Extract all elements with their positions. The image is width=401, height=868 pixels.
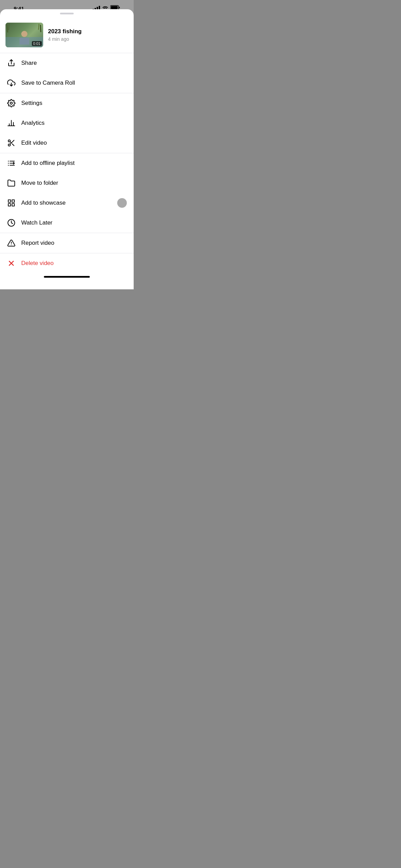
add-offline-playlist-label: Add to offline playlist (21, 160, 75, 167)
svg-rect-24 (12, 204, 14, 206)
svg-line-17 (12, 144, 14, 146)
video-timestamp: 4 min ago (48, 36, 128, 42)
video-header: 0:01 2023 fishing 4 min ago (0, 20, 134, 53)
share-icon (7, 59, 16, 68)
share-menu-item[interactable]: Share (0, 53, 134, 73)
analytics-menu-item[interactable]: Analytics (0, 113, 134, 133)
bottom-sheet: 0:01 2023 fishing 4 min ago Share Save (0, 9, 134, 289)
showcase-icon (7, 198, 16, 207)
analytics-label: Analytics (21, 120, 45, 126)
delete-video-label: Delete video (21, 260, 54, 267)
settings-menu-item[interactable]: Settings (0, 93, 134, 113)
move-folder-menu-item[interactable]: Move to folder (0, 173, 134, 193)
close-icon (7, 259, 16, 268)
save-camera-roll-menu-item[interactable]: Save to Camera Roll (0, 73, 134, 93)
add-offline-playlist-menu-item[interactable]: Add to offline playlist (0, 153, 134, 173)
share-label: Share (21, 60, 37, 67)
download-icon (7, 79, 16, 87)
svg-rect-22 (8, 200, 11, 202)
save-camera-roll-label: Save to Camera Roll (21, 80, 75, 86)
scissors-icon (7, 138, 16, 147)
warning-icon (7, 239, 16, 248)
delete-video-menu-item[interactable]: Delete video (0, 253, 134, 273)
clock-icon (7, 218, 16, 227)
edit-video-label: Edit video (21, 140, 47, 146)
drag-handle (60, 13, 74, 14)
svg-point-9 (10, 102, 12, 104)
watch-later-menu-item[interactable]: Watch Later (0, 213, 134, 233)
home-indicator (44, 276, 90, 278)
report-video-menu-item[interactable]: Report video (0, 233, 134, 253)
svg-rect-25 (8, 204, 11, 206)
video-title: 2023 fishing (48, 28, 128, 35)
svg-rect-23 (12, 200, 14, 202)
showcase-toggle[interactable] (117, 198, 127, 208)
watch-later-label: Watch Later (21, 219, 52, 226)
video-thumbnail: 0:01 (5, 23, 43, 47)
video-duration: 0:01 (32, 41, 42, 46)
move-folder-label: Move to folder (21, 180, 58, 186)
folder-icon (7, 179, 16, 188)
svg-line-18 (10, 142, 11, 143)
playlist-icon (7, 159, 16, 168)
edit-video-menu-item[interactable]: Edit video (0, 133, 134, 153)
add-showcase-menu-item[interactable]: Add to showcase (0, 193, 134, 213)
analytics-icon (7, 119, 16, 128)
add-showcase-label: Add to showcase (21, 200, 65, 206)
settings-icon (7, 99, 16, 108)
report-video-label: Report video (21, 240, 54, 246)
video-info: 2023 fishing 4 min ago (48, 28, 128, 42)
settings-label: Settings (21, 100, 42, 107)
